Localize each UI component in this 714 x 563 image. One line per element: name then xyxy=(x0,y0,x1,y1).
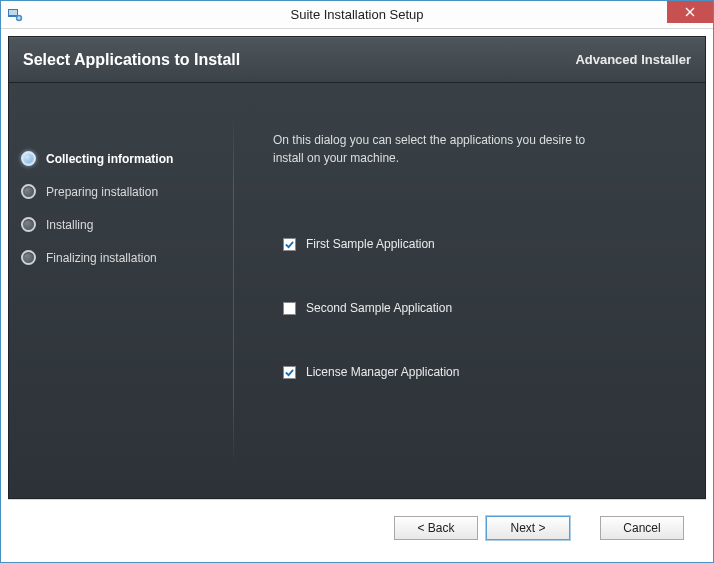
step-radio-icon xyxy=(21,250,36,265)
window-title: Suite Installation Setup xyxy=(291,7,424,22)
wizard-body: Collecting information Preparing install… xyxy=(9,83,705,498)
step-radio-icon xyxy=(21,217,36,232)
titlebar: Suite Installation Setup xyxy=(1,1,713,29)
main-pane: On this dialog you can select the applic… xyxy=(233,83,705,498)
checkbox-icon[interactable] xyxy=(283,366,296,379)
step-radio-icon xyxy=(21,151,36,166)
checkbox-icon[interactable] xyxy=(283,238,296,251)
app-option-first-sample[interactable]: First Sample Application xyxy=(273,237,675,251)
wizard-footer: < Back Next > Cancel xyxy=(8,499,706,555)
step-collecting-information: Collecting information xyxy=(21,151,221,166)
checkbox-icon[interactable] xyxy=(283,302,296,315)
app-option-label: First Sample Application xyxy=(306,237,435,251)
app-option-license-manager[interactable]: License Manager Application xyxy=(273,365,675,379)
instruction-text: On this dialog you can select the applic… xyxy=(273,131,593,167)
content-wrap: Select Applications to Install Advanced … xyxy=(1,29,713,562)
cancel-button[interactable]: Cancel xyxy=(600,516,684,540)
step-sidebar: Collecting information Preparing install… xyxy=(9,83,233,498)
svg-rect-1 xyxy=(9,10,17,15)
installer-window: Suite Installation Setup Select Applicat… xyxy=(0,0,714,563)
step-label: Preparing installation xyxy=(46,185,158,199)
brand-label: Advanced Installer xyxy=(575,52,691,67)
app-icon xyxy=(7,7,23,23)
page-title: Select Applications to Install xyxy=(23,51,240,69)
step-label: Finalizing installation xyxy=(46,251,157,265)
back-button[interactable]: < Back xyxy=(394,516,478,540)
close-icon xyxy=(685,7,695,17)
step-installing: Installing xyxy=(21,217,221,232)
wizard-header: Select Applications to Install Advanced … xyxy=(9,37,705,83)
app-option-label: License Manager Application xyxy=(306,365,459,379)
close-button[interactable] xyxy=(667,1,713,23)
app-option-second-sample[interactable]: Second Sample Application xyxy=(273,301,675,315)
app-option-label: Second Sample Application xyxy=(306,301,452,315)
step-label: Installing xyxy=(46,218,93,232)
step-finalizing-installation: Finalizing installation xyxy=(21,250,221,265)
step-label: Collecting information xyxy=(46,152,173,166)
next-button[interactable]: Next > xyxy=(486,516,570,540)
wizard-panel: Select Applications to Install Advanced … xyxy=(8,36,706,499)
step-preparing-installation: Preparing installation xyxy=(21,184,221,199)
step-radio-icon xyxy=(21,184,36,199)
